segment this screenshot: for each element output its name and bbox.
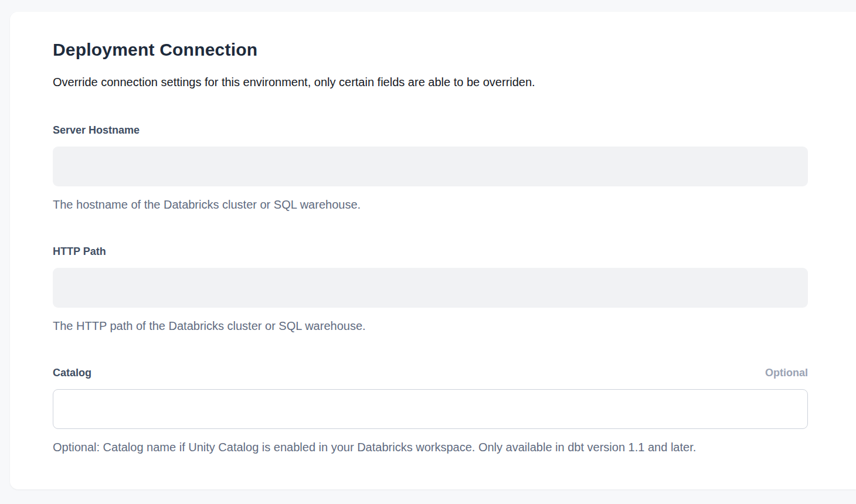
label-row: HTTP Path	[53, 244, 808, 258]
server-hostname-input	[53, 147, 808, 186]
page-title: Deployment Connection	[53, 39, 808, 61]
deployment-connection-card: Deployment Connection Override connectio…	[10, 12, 856, 489]
field-group-http-path: HTTP Path The HTTP path of the Databrick…	[53, 244, 808, 334]
http-path-helper-text: The HTTP path of the Databricks cluster …	[53, 318, 808, 334]
label-row: Catalog Optional	[53, 366, 808, 380]
label-row: Server Hostname	[53, 123, 808, 137]
server-hostname-helper-text: The hostname of the Databricks cluster o…	[53, 197, 808, 213]
field-group-server-hostname: Server Hostname The hostname of the Data…	[53, 123, 808, 213]
card-content: Deployment Connection Override connectio…	[53, 39, 808, 455]
page-subtitle: Override connection settings for this en…	[53, 74, 808, 90]
page: { "page": { "background_color": "#f7f8fa…	[0, 0, 856, 504]
catalog-input[interactable]	[53, 389, 808, 429]
http-path-label: HTTP Path	[53, 244, 106, 258]
field-group-catalog: Catalog Optional Optional: Catalog name …	[53, 366, 808, 455]
http-path-input	[53, 268, 808, 308]
catalog-helper-text: Optional: Catalog name if Unity Catalog …	[53, 440, 808, 455]
server-hostname-label: Server Hostname	[53, 123, 140, 137]
catalog-label: Catalog	[53, 366, 91, 380]
optional-badge: Optional	[765, 366, 808, 380]
